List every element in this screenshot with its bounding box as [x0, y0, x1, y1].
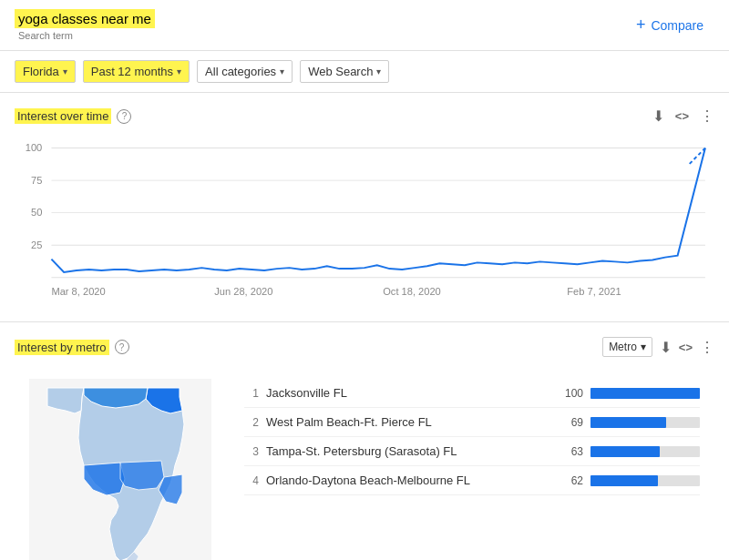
rank-bar-container	[590, 388, 700, 399]
svg-text:Jun 28, 2020: Jun 28, 2020	[214, 286, 272, 297]
compare-label: Compare	[651, 18, 703, 33]
rank-number: 2	[244, 416, 259, 429]
filters-bar: Florida ▾ Past 12 months ▾ All categorie…	[0, 51, 729, 93]
ranking-row: 2 West Palm Beach-Ft. Pierce FL 69	[244, 408, 700, 437]
trend-line	[51, 148, 704, 272]
svg-text:Mar 8, 2020: Mar 8, 2020	[51, 286, 105, 297]
ranking-row: 4 Orlando-Daytona Beach-Melbourne FL 62	[244, 466, 700, 495]
rank-bar	[590, 446, 660, 457]
page-header: yoga classes near me Search term + Compa…	[0, 0, 729, 51]
chevron-down-icon: ▾	[63, 66, 67, 76]
rank-bar	[590, 475, 658, 486]
metro-actions: Metro ▾ ⬇ <> ⋮	[602, 337, 714, 357]
svg-text:Oct 18, 2020: Oct 18, 2020	[383, 286, 441, 297]
interest-over-time-section: Interest over time ? ⬇ <> ⋮ 100 75 50 25	[0, 93, 729, 322]
filter-search-type[interactable]: Web Search ▾	[300, 60, 389, 83]
rank-bar	[590, 388, 700, 399]
rank-value: 62	[556, 474, 583, 487]
metro-content: 1 Jacksonville FL 100 2 West Palm Beach-…	[15, 364, 714, 560]
chevron-down-icon: ▾	[280, 66, 284, 76]
chevron-down-icon: ▾	[641, 341, 646, 353]
rank-number: 1	[244, 387, 259, 400]
florida-map	[29, 379, 230, 560]
compare-button[interactable]: + Compare	[625, 10, 714, 40]
ranking-row: 3 Tampa-St. Petersburg (Sarasota) FL 63	[244, 437, 700, 466]
svg-text:75: 75	[31, 175, 42, 186]
ranking-row: 1 Jacksonville FL 100	[244, 379, 700, 408]
rank-label: West Palm Beach-Ft. Pierce FL	[266, 415, 549, 429]
interest-by-metro-section: Interest by metro ? Metro ▾ ⬇ <> ⋮	[0, 337, 729, 560]
filter-category[interactable]: All categories ▾	[197, 60, 293, 83]
rankings-list: 1 Jacksonville FL 100 2 West Palm Beach-…	[244, 379, 700, 560]
chevron-down-icon: ▾	[177, 66, 181, 76]
search-label: Search term	[15, 30, 155, 41]
time-series-chart: 100 75 50 25 Mar 8, 2020 Jun 28, 2020 Oc…	[15, 132, 714, 314]
rank-label: Tampa-St. Petersburg (Sarasota) FL	[266, 444, 549, 458]
svg-text:50: 50	[31, 208, 42, 219]
rank-bar	[590, 417, 666, 428]
metro-dropdown-label: Metro	[609, 341, 637, 353]
share-icon[interactable]: ⋮	[700, 107, 714, 125]
section-header: Interest over time ? ⬇ <> ⋮	[15, 107, 714, 125]
rank-value: 63	[556, 445, 583, 458]
svg-text:100: 100	[26, 143, 43, 154]
metro-title-group: Interest by metro ?	[15, 340, 129, 355]
share-icon[interactable]: ⋮	[700, 339, 714, 356]
download-icon[interactable]: ⬇	[660, 339, 672, 356]
rank-bar-container	[590, 446, 700, 457]
help-icon[interactable]: ?	[115, 340, 129, 354]
plus-icon: +	[636, 15, 646, 35]
filter-category-label: All categories	[205, 65, 276, 78]
rank-number: 4	[244, 474, 259, 487]
rank-value: 100	[556, 387, 583, 400]
filter-region[interactable]: Florida ▾	[15, 60, 76, 83]
filter-region-label: Florida	[23, 65, 59, 78]
chevron-down-icon: ▾	[376, 66, 381, 76]
section-actions: ⬇ <> ⋮	[652, 107, 714, 125]
embed-icon[interactable]: <>	[675, 109, 689, 123]
svg-text:25: 25	[31, 239, 42, 250]
rank-number: 3	[244, 445, 259, 458]
section-title: Interest over time ?	[15, 108, 131, 124]
filter-time[interactable]: Past 12 months ▾	[83, 60, 190, 83]
filter-search-type-label: Web Search	[308, 65, 373, 78]
search-term-container: yoga classes near me Search term	[15, 9, 155, 41]
svg-text:Feb 7, 2021: Feb 7, 2021	[567, 286, 621, 297]
help-icon[interactable]: ?	[117, 109, 131, 124]
metro-dropdown[interactable]: Metro ▾	[602, 337, 652, 357]
rank-label: Orlando-Daytona Beach-Melbourne FL	[266, 473, 549, 487]
rank-value: 69	[556, 416, 583, 429]
map-svg	[29, 379, 211, 560]
embed-icon[interactable]: <>	[679, 341, 693, 354]
chart-svg: 100 75 50 25 Mar 8, 2020 Jun 28, 2020 Oc…	[15, 139, 714, 314]
search-term: yoga classes near me	[15, 9, 155, 28]
rank-bar-container	[590, 417, 700, 428]
interest-by-metro-title: Interest by metro	[15, 340, 109, 355]
interest-over-time-title: Interest over time	[15, 108, 111, 124]
metro-section-header: Interest by metro ? Metro ▾ ⬇ <> ⋮	[15, 337, 714, 357]
rank-label: Jacksonville FL	[266, 386, 549, 400]
rank-bar-container	[590, 475, 700, 486]
filter-time-label: Past 12 months	[91, 65, 173, 78]
download-icon[interactable]: ⬇	[652, 107, 664, 125]
